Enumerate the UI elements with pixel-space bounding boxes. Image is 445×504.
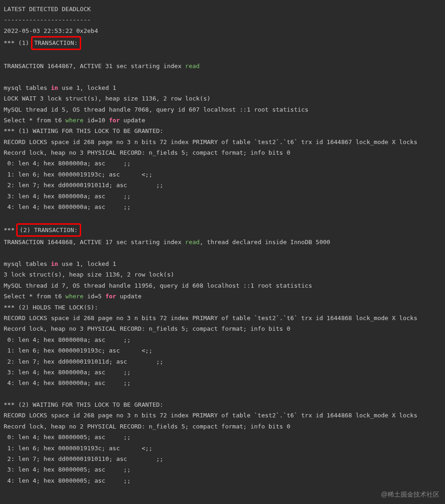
blank <box>4 248 441 258</box>
separator: ------------------------ <box>4 14 441 25</box>
watermark: @稀土掘金技术社区 <box>381 489 439 500</box>
tx2-waiting-field-0: 0: len 4; hex 80000005; asc ;; <box>4 432 441 442</box>
header-title: LATEST DETECTED DEADLOCK <box>4 4 441 14</box>
tx2-waiting-field-4: 4: len 4; hex 80000005; asc ;; <box>4 475 441 486</box>
tx2-waiting-field-2: 2: len 7; hex dd000001910110; asc ;; <box>4 454 441 464</box>
tx2-waiting-field-3: 3: len 4; hex 80000005; asc ;; <box>4 464 441 475</box>
tx2-holds-field-2: 2: len 7; hex dd00000191011d; asc ;; <box>4 356 441 367</box>
tx2-holds-locks: RECORD LOCKS space id 268 page no 3 n bi… <box>4 313 441 323</box>
tx2-header: TRANSACTION 1644868, ACTIVE 17 sec start… <box>4 237 441 247</box>
tx2-thread: MySQL thread id 7, OS thread handle 1195… <box>4 280 441 291</box>
tx2-lockstruct: 3 lock struct(s), heap size 1136, 2 row … <box>4 269 441 280</box>
blank <box>4 50 441 61</box>
tx1-field-1: 1: len 6; hex 00000019193c; asc <;; <box>4 169 441 180</box>
terminal-output: LATEST DETECTED DEADLOCK ---------------… <box>4 4 441 486</box>
tx1-header: TRANSACTION 1644867, ACTIVE 31 sec start… <box>4 61 441 71</box>
tx2-waiting-locks: RECORD LOCKS space id 268 page no 3 n bi… <box>4 410 441 421</box>
tx2-waiting-header: *** (2) WAITING FOR THIS LOCK TO BE GRAN… <box>4 399 441 410</box>
tx2-holds-field-3: 3: len 4; hex 8000000a; asc ;; <box>4 367 441 378</box>
tx1-field-4: 4: len 4; hex 8000000a; asc ;; <box>4 202 441 212</box>
timestamp: 2022-05-03 22:53:22 0x2eb4 <box>4 25 441 36</box>
tx2-holds-record: Record lock, heap no 3 PHYSICAL RECORD: … <box>4 323 441 334</box>
tx2-waiting-field-1: 1: len 6; hex 00000019193c; asc <;; <box>4 443 441 454</box>
tx2-holds-field-0: 0: len 4; hex 8000000a; asc ;; <box>4 334 441 345</box>
tx1-sql: Select * from t6 where id=10 for update <box>4 115 441 126</box>
tx1-marker: *** (1) TRANSACTION: <box>4 36 441 50</box>
tx2-tables: mysql tables in use 1, locked 1 <box>4 258 441 269</box>
tx1-lockwait: LOCK WAIT 3 lock struct(s), heap size 11… <box>4 93 441 104</box>
tx1-waiting-record: Record lock, heap no 3 PHYSICAL RECORD: … <box>4 147 441 158</box>
tx1-tables: mysql tables in use 1, locked 1 <box>4 82 441 93</box>
blank <box>4 389 441 399</box>
tx2-highlight: (2) TRANSACTION: <box>16 223 81 237</box>
tx1-thread: MySQL thread id 5, OS thread handle 7068… <box>4 104 441 115</box>
tx1-highlight: TRANSACTION: <box>31 36 81 50</box>
tx1-waiting-header: *** (1) WAITING FOR THIS LOCK TO BE GRAN… <box>4 126 441 136</box>
blank <box>4 71 441 82</box>
tx2-holds-field-1: 1: len 6; hex 00000019193c; asc <;; <box>4 345 441 356</box>
tx1-field-0: 0: len 4; hex 8000000a; asc ;; <box>4 158 441 169</box>
tx2-sql: Select * from t6 where id=5 for update <box>4 291 441 302</box>
blank <box>4 212 441 223</box>
tx2-holds-header: *** (2) HOLDS THE LOCK(S): <box>4 302 441 313</box>
tx2-marker: *** (2) TRANSACTION: <box>4 223 441 237</box>
tx1-field-3: 3: len 4; hex 8000000a; asc ;; <box>4 191 441 202</box>
tx2-waiting-record: Record lock, heap no 2 PHYSICAL RECORD: … <box>4 421 441 432</box>
tx1-waiting-locks: RECORD LOCKS space id 268 page no 3 n bi… <box>4 137 441 147</box>
tx2-holds-field-4: 4: len 4; hex 8000000a; asc ;; <box>4 378 441 388</box>
tx1-field-2: 2: len 7; hex dd00000191011d; asc ;; <box>4 180 441 190</box>
